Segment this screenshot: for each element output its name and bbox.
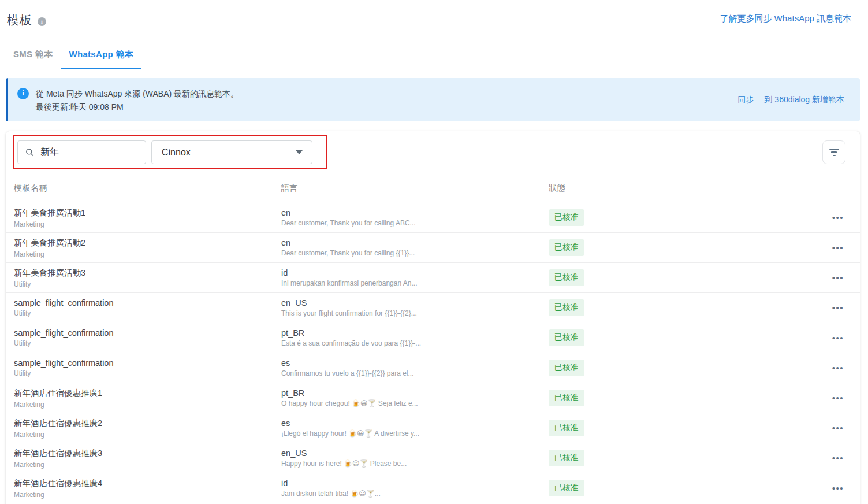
row-menu-button[interactable]: ••• bbox=[832, 241, 844, 254]
info-icon[interactable]: i bbox=[38, 17, 46, 26]
row-menu-button[interactable]: ••• bbox=[832, 421, 844, 435]
language-code: es bbox=[281, 418, 549, 428]
tab-whatsapp-templates[interactable]: WhatsApp 範本 bbox=[61, 49, 141, 69]
tab-bar: SMS 範本 WhatsApp 範本 bbox=[5, 49, 868, 69]
template-name: 新年美食推廣活動2 bbox=[14, 238, 281, 249]
channel-select-value: Cinnox bbox=[162, 147, 191, 158]
message-preview: Happy hour is here! 🍺😀🍸 Please be... bbox=[281, 459, 549, 468]
language-code: en_US bbox=[281, 298, 549, 307]
page-title: 模板 bbox=[7, 12, 32, 28]
banner-text: 從 Meta 同步 WhatsApp 來源 (WABA) 最新的訊息範本。 最後… bbox=[36, 87, 239, 114]
message-preview: Dear customer, Thank you for calling {{1… bbox=[281, 249, 549, 257]
template-category: Utility bbox=[14, 339, 281, 347]
row-menu-button[interactable]: ••• bbox=[832, 361, 844, 375]
row-menu-button[interactable]: ••• bbox=[832, 331, 844, 344]
message-preview: ¡Llegó el happy hour! 🍺😀🍸 A divertirse y… bbox=[281, 429, 549, 438]
chevron-down-icon bbox=[296, 150, 303, 154]
status-badge: 已核准 bbox=[549, 360, 584, 376]
filter-icon bbox=[829, 149, 839, 157]
column-header-language: 語言 bbox=[281, 183, 549, 194]
banner-line1: 從 Meta 同步 WhatsApp 來源 (WABA) 最新的訊息範本。 bbox=[36, 87, 239, 101]
template-category: Marketing bbox=[14, 461, 281, 469]
message-preview: Jam diskon telah tiba! 🍺😀🍸... bbox=[281, 490, 549, 498]
message-preview: Esta é a sua confirmação de voo para {{1… bbox=[281, 339, 549, 347]
table-row[interactable]: sample_flight_confirmation Utility pt_BR… bbox=[6, 323, 860, 353]
row-menu-button[interactable]: ••• bbox=[832, 391, 844, 405]
filter-button[interactable] bbox=[822, 140, 845, 164]
table-row[interactable]: 新年酒店住宿優惠推廣2 Marketing es ¡Llegó el happy… bbox=[6, 413, 860, 443]
status-badge: 已核准 bbox=[549, 420, 584, 436]
language-code: en bbox=[281, 238, 549, 247]
banner-line2: 最後更新:昨天 09:08 PM bbox=[36, 101, 239, 114]
search-box bbox=[17, 140, 146, 164]
template-category: Marketing bbox=[14, 220, 281, 228]
template-name: 新年美食推廣活動1 bbox=[14, 207, 281, 218]
sync-link[interactable]: 同步 bbox=[737, 95, 754, 105]
table-header-row: 模板名稱 語言 狀態 bbox=[6, 173, 860, 203]
row-menu-button[interactable]: ••• bbox=[832, 481, 844, 495]
row-menu-button[interactable]: ••• bbox=[832, 451, 844, 465]
table-row[interactable]: 新年美食推廣活動2 Marketing en Dear customer, Th… bbox=[6, 233, 860, 263]
template-category: Utility bbox=[14, 309, 281, 317]
template-name: sample_flight_confirmation bbox=[14, 328, 281, 338]
language-code: en bbox=[281, 208, 549, 217]
table-row[interactable]: 新年酒店住宿優惠推廣3 Marketing en_US Happy hour i… bbox=[6, 443, 860, 473]
language-code: id bbox=[281, 268, 549, 277]
table-row[interactable]: 新年酒店住宿優惠推廣4 Marketing id Jam diskon tela… bbox=[6, 473, 860, 503]
templates-card: Cinnox 模板名稱 語言 狀態 新年美食推廣活動1 Marketing en… bbox=[6, 131, 860, 504]
status-badge: 已核准 bbox=[549, 209, 584, 226]
template-category: Marketing bbox=[14, 401, 281, 409]
template-name: 新年美食推廣活動3 bbox=[14, 268, 281, 279]
message-preview: O happy hour chegou! 🍺😀🍸 Seja feliz e... bbox=[281, 399, 549, 407]
channel-select[interactable]: Cinnox bbox=[151, 140, 312, 164]
status-badge: 已核准 bbox=[549, 450, 584, 466]
status-badge: 已核准 bbox=[549, 390, 584, 406]
table-row[interactable]: 新年酒店住宿優惠推廣1 Marketing pt_BR O happy hour… bbox=[6, 383, 860, 413]
template-category: Utility bbox=[14, 369, 281, 377]
status-badge: 已核准 bbox=[549, 329, 584, 346]
table-row[interactable]: 新年美食推廣活動1 Marketing en Dear customer, Th… bbox=[6, 203, 860, 233]
table-toolbar: Cinnox bbox=[6, 131, 860, 173]
template-category: Marketing bbox=[14, 250, 281, 258]
message-preview: Ini merupakan konfirmasi penerbangan An.… bbox=[281, 279, 549, 287]
template-name: 新年酒店住宿優惠推廣3 bbox=[14, 448, 281, 459]
language-code: en_US bbox=[281, 449, 549, 458]
page-header: 模板 i 了解更多同步 WhatsApp 訊息範本 bbox=[0, 0, 868, 28]
language-code: pt_BR bbox=[281, 328, 549, 338]
template-name: sample_flight_confirmation bbox=[14, 298, 281, 307]
row-menu-button[interactable]: ••• bbox=[832, 301, 844, 314]
template-category: Marketing bbox=[14, 491, 281, 499]
status-badge: 已核准 bbox=[549, 269, 584, 286]
template-category: Utility bbox=[14, 280, 281, 288]
tab-sms-templates[interactable]: SMS 範本 bbox=[5, 49, 61, 69]
language-code: pt_BR bbox=[281, 388, 549, 398]
language-code: es bbox=[281, 358, 549, 368]
table-row[interactable]: 新年美食推廣活動3 Utility id Ini merupakan konfi… bbox=[6, 263, 860, 293]
template-name: 新年酒店住宿優惠推廣4 bbox=[14, 478, 281, 489]
template-name: 新年酒店住宿優惠推廣2 bbox=[14, 418, 281, 429]
template-table-body: 新年美食推廣活動1 Marketing en Dear customer, Th… bbox=[6, 203, 860, 503]
banner-info-icon: i bbox=[17, 88, 29, 99]
sync-info-banner: i 從 Meta 同步 WhatsApp 來源 (WABA) 最新的訊息範本。 … bbox=[6, 78, 860, 121]
message-preview: Confirmamos tu vuelo a {{1}}-{{2}} para … bbox=[281, 369, 549, 377]
row-menu-button[interactable]: ••• bbox=[832, 271, 844, 284]
learn-more-link[interactable]: 了解更多同步 WhatsApp 訊息範本 bbox=[720, 13, 851, 24]
search-icon bbox=[25, 147, 34, 157]
status-badge: 已核准 bbox=[549, 239, 584, 256]
column-header-template-name: 模板名稱 bbox=[14, 183, 281, 194]
table-row[interactable]: sample_flight_confirmation Utility en_US… bbox=[6, 293, 860, 323]
template-name: 新年酒店住宿優惠推廣1 bbox=[14, 388, 281, 399]
language-code: id bbox=[281, 479, 549, 488]
template-category: Marketing bbox=[14, 431, 281, 439]
table-row[interactable]: sample_flight_confirmation Utility es Co… bbox=[6, 353, 860, 383]
column-header-status: 狀態 bbox=[549, 183, 808, 194]
template-name: sample_flight_confirmation bbox=[14, 358, 281, 368]
row-menu-button[interactable]: ••• bbox=[832, 211, 844, 224]
message-preview: This is your flight confirmation for {{1… bbox=[281, 309, 549, 317]
status-badge: 已核准 bbox=[549, 299, 584, 316]
status-badge: 已核准 bbox=[549, 480, 584, 496]
add-template-360dialog-link[interactable]: 到 360dialog 新增範本 bbox=[764, 95, 844, 105]
message-preview: Dear customer, Thank you for calling ABC… bbox=[281, 219, 549, 227]
search-input[interactable] bbox=[40, 147, 140, 158]
